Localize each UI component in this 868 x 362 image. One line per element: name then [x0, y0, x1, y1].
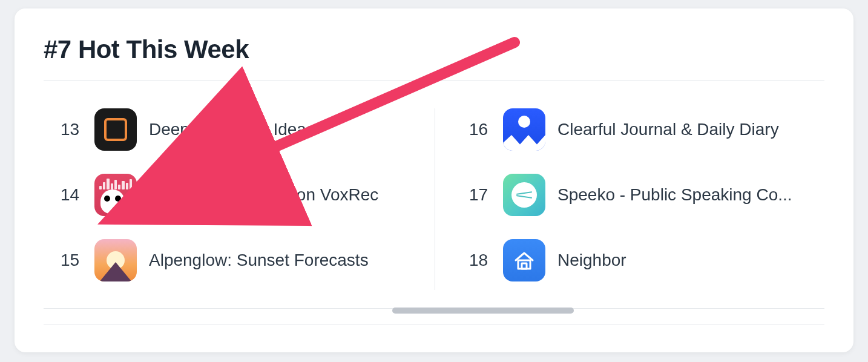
voxrec-icon — [94, 174, 137, 216]
hot-this-week-card: #7 Hot This Week 13 Deepstash: Key Ideas… — [15, 8, 853, 352]
section-title: #7 Hot This Week — [44, 35, 824, 64]
app-row-voxrec[interactable]: 14 Voice to Text Dictation VoxRec — [61, 174, 435, 216]
app-row-alpenglow[interactable]: 15 Alpenglow: Sunset Forecasts — [61, 239, 435, 281]
neighbor-icon — [503, 239, 545, 281]
app-rank: 14 — [61, 185, 82, 205]
app-row-deepstash[interactable]: 13 Deepstash: Key Ideas — [61, 108, 435, 151]
app-name: Clearful Journal & Daily Diary — [557, 120, 779, 139]
clearful-icon — [503, 108, 545, 151]
app-name: Neighbor — [557, 251, 626, 270]
divider-top — [44, 80, 824, 81]
app-rank: 16 — [469, 120, 491, 139]
divider-bottom-2 — [44, 324, 824, 324]
app-list-col-left: 13 Deepstash: Key Ideas 14 Voice to Text… — [61, 108, 435, 290]
app-name: Deepstash: Key Ideas — [149, 120, 315, 139]
deepstash-icon — [94, 108, 137, 151]
app-name: Speeko - Public Speaking Co... — [557, 185, 792, 205]
app-name: Voice to Text Dictation VoxRec — [149, 185, 378, 205]
app-list-col-right: 16 Clearful Journal & Daily Diary 17 Spe… — [435, 108, 820, 290]
app-rank: 18 — [469, 251, 491, 270]
svg-rect-0 — [518, 260, 530, 269]
app-row-neighbor[interactable]: 18 Neighbor — [469, 239, 820, 281]
horizontal-scrollbar[interactable] — [392, 308, 574, 314]
app-row-speeko[interactable]: 17 Speeko - Public Speaking Co... — [469, 174, 820, 216]
app-list: 13 Deepstash: Key Ideas 14 Voice to Text… — [44, 108, 824, 290]
app-rank: 13 — [61, 120, 82, 139]
app-rank: 15 — [61, 251, 82, 270]
speeko-icon — [503, 174, 545, 216]
app-name: Alpenglow: Sunset Forecasts — [149, 251, 369, 270]
app-rank: 17 — [469, 185, 491, 205]
svg-rect-1 — [522, 263, 527, 269]
app-row-clearful[interactable]: 16 Clearful Journal & Daily Diary — [469, 108, 820, 151]
alpenglow-icon — [94, 239, 137, 281]
